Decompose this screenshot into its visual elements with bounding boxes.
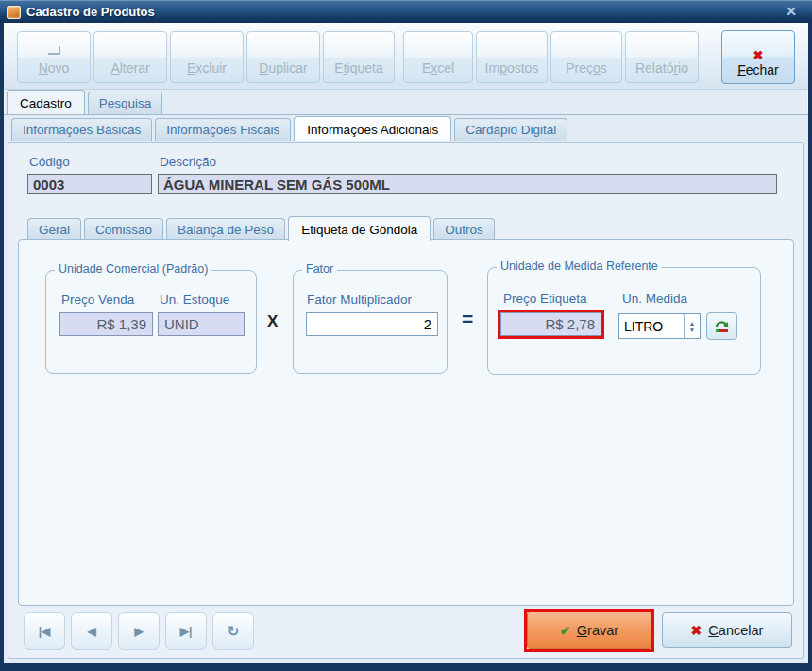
codigo-label: Código xyxy=(29,155,70,169)
excel-button[interactable]: Excel xyxy=(403,31,473,83)
excluir-button[interactable]: Excluir xyxy=(170,31,244,83)
tab-informacoes-adicionais[interactable]: Informações Adicionais xyxy=(294,116,451,141)
preco-venda-label: Preço Venda xyxy=(61,293,134,307)
tab-geral[interactable]: Geral xyxy=(27,218,81,241)
un-estoque-field: UNID xyxy=(158,312,245,336)
etiqueta-button[interactable]: Etiqueta xyxy=(323,31,395,83)
tab-informacoes-fiscais[interactable]: Informações Fiscais xyxy=(155,118,291,141)
un-medida-value: LITRO xyxy=(619,314,684,338)
nav-last-button[interactable]: ▶| xyxy=(165,612,207,650)
descricao-field: ÁGUA MINERAL SEM GÁS 500ML xyxy=(158,174,777,194)
excluir-label: Excluir xyxy=(187,60,227,75)
fechar-button[interactable]: ✖ Fechar xyxy=(721,30,795,84)
gravar-highlight: ✔ Gravar xyxy=(524,609,654,652)
codigo-field: 0003 xyxy=(27,174,152,194)
unidade-medida-groupbox: Unidade de Medida Referente Preço Etique… xyxy=(487,267,761,375)
informacoes-adicionais-panel: Código 0003 Descrição ÁGUA MINERAL SEM G… xyxy=(8,142,804,659)
preco-etiqueta-field: R$ 2,78 xyxy=(500,312,601,336)
nav-prior-button[interactable]: ◀ xyxy=(71,612,112,650)
tab-pesquisa[interactable]: Pesquisa xyxy=(88,92,163,114)
un-medida-spinner[interactable]: ▲ ▼ xyxy=(684,314,700,338)
etiqueta-label: Etiqueta xyxy=(334,60,382,75)
info-tab-bar: Informações Básicas Informações Fiscais … xyxy=(11,116,570,141)
alterar-label: Alterar xyxy=(110,60,149,75)
multiply-operator: X xyxy=(267,312,278,331)
alterar-button[interactable]: Alterar xyxy=(93,31,167,83)
nav-first-icon: |◀ xyxy=(39,625,51,638)
nav-last-icon: ▶| xyxy=(180,625,193,638)
spin-up-icon[interactable]: ▲ xyxy=(689,320,695,327)
unidade-comercial-title: Unidade Comercial (Padrão) xyxy=(55,262,211,276)
toolbar: Novo Alterar Excluir Duplicar Etiqueta E… xyxy=(4,23,808,90)
change-unit-button[interactable] xyxy=(706,312,737,340)
precos-button[interactable]: Preços xyxy=(550,31,622,83)
close-icon[interactable]: ✕ xyxy=(782,4,801,19)
unidade-comercial-groupbox: Unidade Comercial (Padrão) Preço Venda U… xyxy=(45,270,257,374)
novo-label: Novo xyxy=(39,60,70,75)
fechar-label: Fechar xyxy=(737,62,779,77)
impostos-label: Impostos xyxy=(485,60,539,75)
green-arrow-icon xyxy=(714,319,730,333)
main-tab-bar: Cadastro Pesquisa xyxy=(7,90,165,114)
equals-operator: = xyxy=(462,308,473,330)
gravar-label: Gravar xyxy=(577,623,618,638)
un-medida-label: Un. Medida xyxy=(622,292,687,306)
fator-multiplicador-input[interactable]: 2 xyxy=(306,312,438,336)
spin-down-icon[interactable]: ▼ xyxy=(689,327,695,333)
fator-title: Fator xyxy=(302,262,337,276)
gravar-button[interactable]: ✔ Gravar xyxy=(527,612,651,649)
window: Cadastro de Produtos ✕ Novo Alterar Excl… xyxy=(0,0,812,671)
new-record-icon xyxy=(48,46,60,55)
tab-informacoes-basicas[interactable]: Informações Básicas xyxy=(11,118,152,141)
precos-label: Preços xyxy=(566,60,607,75)
nav-first-button[interactable]: |◀ xyxy=(24,612,65,650)
tab-balanca-de-peso[interactable]: Balança de Peso xyxy=(166,218,285,241)
duplicar-label: Duplicar xyxy=(259,60,307,75)
cadastro-page: Informações Básicas Informações Fiscais … xyxy=(4,114,808,663)
nav-refresh-icon: ↻ xyxy=(228,623,240,640)
un-estoque-label: Un. Estoque xyxy=(160,293,229,307)
relatorio-label: Relatório xyxy=(635,60,688,75)
cancel-x-icon: ✖ xyxy=(691,624,702,638)
nav-prior-icon: ◀ xyxy=(87,625,95,638)
cancelar-label: Cancelar xyxy=(708,623,763,638)
relatorio-button[interactable]: Relatório xyxy=(625,31,699,83)
tab-etiqueta-de-gondola[interactable]: Etiqueta de Gôndola xyxy=(288,216,431,241)
un-medida-combobox[interactable]: LITRO ▲ ▼ xyxy=(618,313,701,339)
preco-etiqueta-label: Preço Etiqueta xyxy=(503,292,587,306)
titlebar: Cadastro de Produtos ✕ xyxy=(0,0,812,23)
nav-refresh-button[interactable]: ↻ xyxy=(212,612,254,650)
etiqueta-gondola-page: Unidade Comercial (Padrão) Preço Venda U… xyxy=(18,239,794,606)
unidade-medida-title: Unidade de Medida Referente xyxy=(497,260,662,273)
nav-next-icon: ▶ xyxy=(134,625,143,638)
nav-next-button[interactable]: ▶ xyxy=(118,612,160,650)
fator-multiplicador-label: Fator Multiplicador xyxy=(307,293,412,307)
tab-cadastro[interactable]: Cadastro xyxy=(7,90,85,114)
window-content: Novo Alterar Excluir Duplicar Etiqueta E… xyxy=(4,23,808,663)
excel-label: Excel xyxy=(422,60,454,75)
preco-etiqueta-highlight: R$ 2,78 xyxy=(498,310,604,339)
check-icon: ✔ xyxy=(560,624,570,638)
tab-outros[interactable]: Outros xyxy=(433,218,495,241)
preco-venda-field: R$ 1,39 xyxy=(59,312,153,336)
fator-groupbox: Fator Fator Multiplicador 2 xyxy=(293,270,448,374)
novo-button[interactable]: Novo xyxy=(17,31,91,83)
app-icon xyxy=(7,6,21,19)
close-x-icon: ✖ xyxy=(753,48,764,62)
sub-tab-bar: Geral Comissão Balança de Peso Etiqueta … xyxy=(27,216,498,241)
impostos-button[interactable]: Impostos xyxy=(476,31,548,83)
window-title: Cadastro de Produtos xyxy=(26,5,155,19)
descricao-label: Descrição xyxy=(160,155,216,169)
tab-comissao[interactable]: Comissão xyxy=(84,218,163,241)
cancelar-button[interactable]: ✖ Cancelar xyxy=(662,612,792,648)
duplicar-button[interactable]: Duplicar xyxy=(246,31,320,83)
tab-cardapio-digital[interactable]: Cardápio Digital xyxy=(454,118,567,141)
